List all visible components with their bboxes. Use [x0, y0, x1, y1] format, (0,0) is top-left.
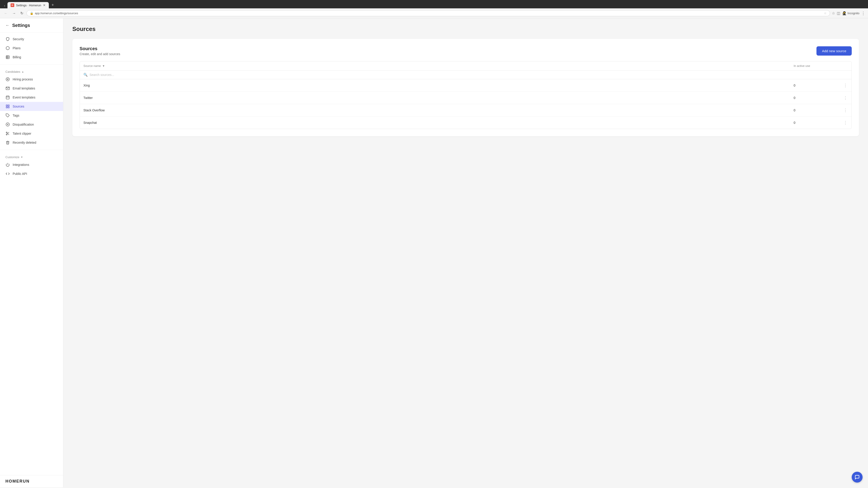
main-content: Sources Sources Create, edit and add sou…	[63, 18, 868, 487]
source-name: Xing	[84, 84, 794, 87]
search-input-wrap: 🔍	[84, 73, 848, 77]
box-icon	[5, 46, 10, 51]
sidebar-item-integrations[interactable]: Integrations	[0, 160, 63, 169]
source-active-count: 0	[794, 121, 834, 125]
row-actions: ⋮	[834, 83, 848, 88]
sidebar-item-label: Sources	[13, 105, 24, 108]
tab-arrow[interactable]: ‹	[3, 3, 6, 8]
source-active-count: 0	[794, 108, 834, 112]
row-actions: ⋮	[834, 108, 848, 113]
sidebar-item-disqualification[interactable]: Disqualification	[0, 120, 63, 129]
svg-point-20	[6, 134, 7, 135]
address-bar: ← → ↻ 🔒 app.homerun.co/settings/sources …	[0, 8, 868, 18]
sidebar-item-label: Plans	[13, 46, 21, 50]
sidebar: ← Settings Security Plans Billin	[0, 18, 63, 487]
card-header: Sources Create, edit and add sources Add…	[80, 46, 852, 56]
envelope-icon	[5, 86, 10, 91]
sidebar-item-event-templates[interactable]: Event templates	[0, 93, 63, 102]
candidates-section-header[interactable]: Candidates ▲	[0, 67, 63, 75]
row-more-button[interactable]: ⋮	[843, 83, 848, 88]
sidebar-item-label: Public API	[13, 172, 27, 175]
sidebar-item-label: Event templates	[13, 96, 35, 99]
sidebar-item-label: Integrations	[13, 163, 29, 166]
sidebar-item-sources[interactable]: Sources	[0, 102, 63, 111]
source-name: Twitter	[84, 96, 794, 100]
customize-section-header[interactable]: Customize ▼	[0, 153, 63, 160]
sidebar-item-label: Billing	[13, 55, 21, 59]
chevron-down-icon: ▼	[21, 156, 23, 158]
incognito-label: Incognito	[847, 11, 860, 15]
url-text: app.homerun.co/settings/sources	[35, 11, 823, 15]
sidebar-item-recently-deleted[interactable]: Recently deleted	[0, 138, 63, 147]
search-row: 🔍	[80, 70, 851, 79]
calendar-icon	[5, 95, 10, 100]
card-subtitle: Create, edit and add sources	[80, 52, 120, 56]
candidates-section-label: Candidates	[5, 70, 20, 73]
row-more-button[interactable]: ⋮	[843, 120, 848, 125]
svg-line-22	[8, 134, 9, 135]
sidebar-item-billing[interactable]: Billing	[0, 53, 63, 62]
sort-icon: ▼	[102, 64, 105, 68]
browser-chrome: ‹ H Settings · Homerun ✕ +	[0, 0, 868, 8]
chat-button[interactable]	[852, 472, 863, 483]
sidebar-item-security[interactable]: Security	[0, 35, 63, 43]
svg-line-23	[7, 133, 8, 133]
grid-icon	[5, 104, 10, 109]
bookmark-icon[interactable]: ☆	[832, 11, 835, 15]
sidebar-item-label: Disqualification	[13, 123, 34, 126]
col-active-use-header: In active use	[794, 64, 834, 68]
add-new-source-button[interactable]: Add new source	[816, 46, 852, 56]
source-name: Stack Overflow	[84, 108, 794, 112]
shield-icon	[5, 37, 10, 41]
sidebar-item-talent-clipper[interactable]: Talent clipper	[0, 129, 63, 138]
sidebar-item-label: Tags	[13, 113, 20, 117]
table-header: Source name ▼ In active use	[80, 61, 851, 70]
sidebar-title: Settings	[12, 23, 30, 28]
back-nav-button[interactable]: ←	[3, 10, 9, 16]
scissors-icon	[5, 131, 10, 136]
trash-icon	[5, 140, 10, 145]
browser-menu-button[interactable]: ⋮	[861, 11, 865, 16]
new-tab-button[interactable]: +	[50, 2, 56, 8]
sidebar-item-label: Hiring process	[13, 77, 33, 81]
search-input[interactable]	[90, 73, 848, 76]
sidebar-header: ← Settings	[0, 18, 63, 33]
row-more-button[interactable]: ⋮	[843, 108, 848, 113]
table-icon	[5, 55, 10, 59]
incognito-button[interactable]: 🥷 Incognito	[842, 11, 860, 15]
col-source-name-header[interactable]: Source name ▼	[84, 64, 794, 68]
sidebar-item-public-api[interactable]: Public API	[0, 169, 63, 178]
sidebar-item-label: Security	[13, 37, 24, 41]
sidebar-item-hiring-process[interactable]: Hiring process	[0, 75, 63, 84]
active-tab[interactable]: H Settings · Homerun ✕	[7, 2, 49, 8]
star-icon[interactable]: ☆	[824, 11, 827, 15]
code-icon	[5, 171, 10, 176]
address-right-controls: ☆ ◫ 🥷 Incognito ⋮	[832, 11, 865, 16]
sidebar-item-email-templates[interactable]: Email templates	[0, 84, 63, 93]
source-active-count: 0	[794, 84, 834, 87]
reload-button[interactable]: ↻	[19, 10, 25, 16]
sources-card: Sources Create, edit and add sources Add…	[72, 39, 859, 136]
account-section: Security Plans Billing	[0, 33, 63, 64]
sidebar-item-label: Recently deleted	[13, 141, 36, 144]
incognito-icon: 🥷	[842, 11, 846, 15]
candidates-section: Candidates ▲ Hiring process Email templa…	[0, 66, 63, 149]
forward-nav-button[interactable]: →	[11, 10, 17, 16]
sidebar-item-plans[interactable]: Plans	[0, 43, 63, 53]
table-row: Snapchat 0 ⋮	[80, 117, 851, 129]
svg-rect-14	[8, 107, 9, 108]
svg-point-4	[6, 78, 9, 81]
split-screen-icon[interactable]: ◫	[837, 11, 840, 15]
plug-icon	[5, 162, 10, 167]
svg-rect-7	[6, 96, 9, 99]
svg-point-5	[7, 79, 8, 80]
address-input[interactable]: 🔒 app.homerun.co/settings/sources ☆	[26, 10, 830, 16]
tab-close-button[interactable]: ✕	[43, 3, 46, 7]
back-button[interactable]: ←	[5, 23, 9, 28]
svg-rect-0	[6, 56, 9, 59]
page-title: Sources	[72, 26, 859, 33]
row-more-button[interactable]: ⋮	[843, 95, 848, 100]
sidebar-item-tags[interactable]: Tags	[0, 111, 63, 120]
customize-section: Customize ▼ Integrations Public API	[0, 151, 63, 180]
customize-section-label: Customize	[5, 156, 19, 159]
